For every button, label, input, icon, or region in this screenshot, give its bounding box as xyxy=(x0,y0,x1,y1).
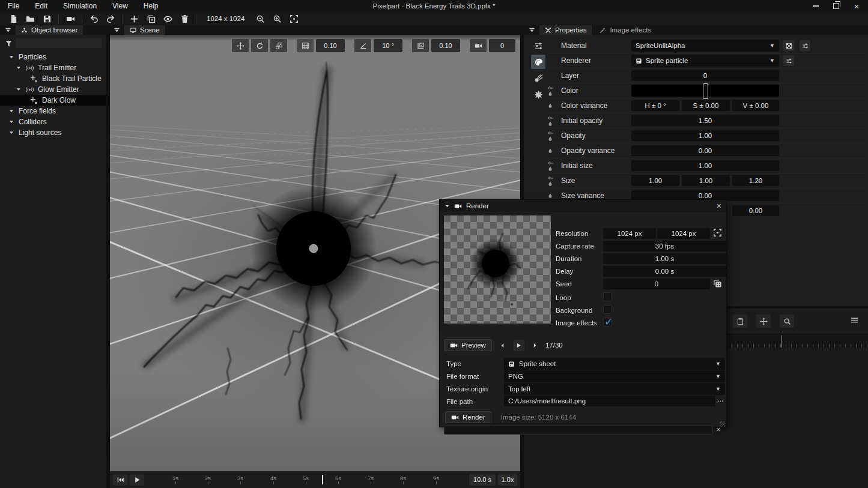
save-button[interactable] xyxy=(38,13,55,25)
material-texture-button[interactable] xyxy=(783,40,794,51)
color-variance-s-field[interactable]: S ± 0.00 xyxy=(682,100,730,111)
minimize-button[interactable] xyxy=(806,0,826,12)
play-button[interactable] xyxy=(130,474,144,486)
restore-button[interactable] xyxy=(826,0,846,12)
angle-snap-field[interactable]: 10 ° xyxy=(374,39,402,52)
opacity-variance-field[interactable]: 0.00 xyxy=(631,145,779,156)
delay-field[interactable]: 0.00 s xyxy=(603,266,726,277)
grid-snap-button[interactable] xyxy=(297,39,314,52)
menu-simulation[interactable]: Simulation xyxy=(55,0,105,12)
color-variance-h-field[interactable]: H ± 0 ° xyxy=(631,100,679,111)
renderer-dropdown[interactable]: Sprite particle▼ xyxy=(631,55,779,67)
rotate-tool-button[interactable] xyxy=(251,39,268,52)
color-variance-v-field[interactable]: V ± 0.00 xyxy=(732,100,779,111)
timeline-ruler[interactable]: 1s 2s 3s 4s 5s 6s 7s 8s 9s xyxy=(150,472,463,487)
tree-item-force-fields[interactable]: Force fields xyxy=(0,106,106,116)
object-browser-panel-menu[interactable] xyxy=(2,25,13,35)
drop-icon[interactable] xyxy=(548,121,553,126)
drop-icon[interactable] xyxy=(548,103,553,108)
duration-field[interactable]: 10.0 s xyxy=(469,474,496,486)
browse-button[interactable]: ... xyxy=(718,396,723,403)
texture-origin-dropdown[interactable]: Top left ▼ xyxy=(504,383,725,395)
drop-icon[interactable] xyxy=(548,148,553,153)
keyframe-icon[interactable] xyxy=(548,175,553,181)
opacity-field[interactable]: 1.00 xyxy=(631,130,779,141)
pan-button[interactable] xyxy=(756,315,771,328)
menu-help[interactable]: Help xyxy=(136,0,166,12)
color-gradient-marker[interactable] xyxy=(703,83,708,99)
drop-icon[interactable] xyxy=(548,166,553,171)
material-dropdown[interactable]: SpriteUnlitAlpha▼ xyxy=(631,40,779,52)
panel-options-button[interactable] xyxy=(850,316,859,325)
color-gradient-bar[interactable] xyxy=(631,85,779,97)
background-checkbox[interactable] xyxy=(603,305,612,314)
tab-image-effects[interactable]: Image effects xyxy=(594,25,657,35)
previous-frame-button[interactable] xyxy=(497,340,508,351)
drop-icon[interactable] xyxy=(548,91,553,96)
tree-item-glow-emitter[interactable]: Glow Emitter xyxy=(0,84,106,95)
loop-checkbox[interactable] xyxy=(603,292,612,301)
keyframe-icon[interactable] xyxy=(548,160,553,166)
tree-item-trail-emitter[interactable]: Trail Emitter xyxy=(0,62,106,73)
seed-field[interactable]: 0 xyxy=(603,279,710,289)
resolution-fit-button[interactable] xyxy=(713,228,722,237)
material-settings-button[interactable] xyxy=(800,40,810,51)
menu-edit[interactable]: Edit xyxy=(27,0,55,12)
seed-randomize-button[interactable] xyxy=(713,279,722,288)
scene-panel-menu[interactable] xyxy=(111,25,122,35)
clipboard-button[interactable] xyxy=(733,315,747,328)
caret-down-icon[interactable] xyxy=(8,130,14,136)
duplicate-button[interactable] xyxy=(142,13,159,25)
scale-tool-button[interactable] xyxy=(270,39,287,52)
add-object-button[interactable] xyxy=(126,13,142,25)
skip-to-start-button[interactable] xyxy=(113,474,127,486)
zoom-in-button[interactable] xyxy=(269,13,285,25)
zoom-fit-button[interactable] xyxy=(285,13,302,25)
drop-icon[interactable] xyxy=(548,193,553,198)
category-general-button[interactable] xyxy=(531,38,545,53)
tab-scene[interactable]: Scene xyxy=(124,25,165,35)
new-file-button[interactable] xyxy=(5,13,22,25)
render-video-button[interactable] xyxy=(62,13,79,25)
next-frame-button[interactable] xyxy=(529,340,541,351)
caret-down-icon[interactable] xyxy=(16,65,22,71)
tab-object-browser[interactable]: Object browser xyxy=(16,25,83,35)
tree-item-light-sources[interactable]: Light sources xyxy=(0,127,106,138)
resolution-height-field[interactable]: 1024 px xyxy=(657,228,710,239)
size-z-field[interactable]: 1.20 xyxy=(732,175,779,186)
tree-item-dark-glow[interactable]: Dark Glow xyxy=(0,95,106,106)
dialog-close-button[interactable]: × xyxy=(717,201,721,211)
file-format-dropdown[interactable]: PNG ▼ xyxy=(504,370,725,382)
category-collision-button[interactable] xyxy=(531,87,545,101)
initial-size-field[interactable]: 1.00 xyxy=(631,160,779,171)
zoom-button[interactable] xyxy=(780,315,794,328)
angle-snap-button[interactable] xyxy=(354,39,371,52)
preview-button[interactable]: Preview xyxy=(444,339,492,351)
open-file-button[interactable] xyxy=(22,13,38,25)
tree-item-particles[interactable]: Particles xyxy=(0,52,106,62)
size-y-field[interactable]: 1.00 xyxy=(682,175,730,186)
menu-view[interactable]: View xyxy=(105,0,136,12)
menu-file[interactable]: File xyxy=(0,0,27,12)
tree-item-black-trail-particle[interactable]: Black Trail Particle xyxy=(0,73,106,84)
category-appearance-button[interactable] xyxy=(531,55,545,69)
keyframe-icon[interactable] xyxy=(548,115,553,121)
object-search-input[interactable] xyxy=(16,38,102,48)
keyframe-icon[interactable] xyxy=(548,130,553,136)
playhead[interactable] xyxy=(322,475,323,484)
drop-icon[interactable] xyxy=(548,181,553,186)
render-button[interactable]: Render xyxy=(445,411,491,423)
category-motion-button[interactable] xyxy=(531,71,545,85)
properties-panel-menu[interactable] xyxy=(526,25,537,35)
caret-down-icon[interactable] xyxy=(16,86,22,92)
capture-rate-field[interactable]: 30 fps xyxy=(603,241,726,252)
dialog-resize-grip[interactable] xyxy=(720,421,725,427)
move-tool-button[interactable] xyxy=(232,39,249,52)
camera-index-field[interactable]: 0 xyxy=(489,39,515,52)
size-x-field[interactable]: 1.00 xyxy=(631,175,679,186)
partial-value-field[interactable]: 0.00 xyxy=(732,205,779,216)
drop-icon[interactable] xyxy=(548,136,553,141)
grid-snap-field[interactable]: 0.10 xyxy=(316,39,345,52)
tab-properties[interactable]: Properties xyxy=(539,25,592,35)
renderer-settings-button[interactable] xyxy=(783,55,794,66)
